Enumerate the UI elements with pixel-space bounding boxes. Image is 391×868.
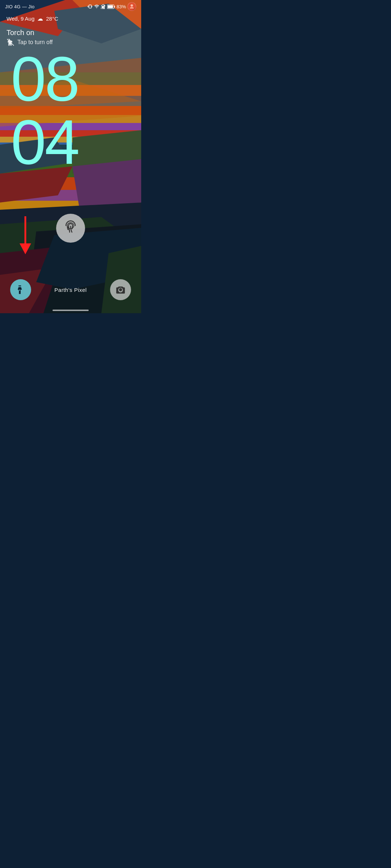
signal-icon: [101, 4, 106, 9]
red-arrow-annotation: [14, 216, 36, 260]
clock-display: 08 04: [0, 47, 141, 174]
battery-percent: 83%: [117, 4, 126, 9]
wifi-icon: [94, 4, 99, 9]
weather-icon: ☁: [37, 15, 43, 22]
svg-rect-36: [102, 7, 102, 9]
home-indicator[interactable]: [52, 310, 89, 311]
svg-rect-37: [103, 6, 104, 9]
notification-area: Wed, 9 Aug ☁ 28°C Torch on Tap to turn o…: [7, 15, 58, 46]
torch-button[interactable]: [10, 279, 31, 300]
temperature-label: 28°C: [46, 16, 58, 22]
clock-minutes: 04: [11, 110, 141, 174]
bottom-bar: Parth's Pixel: [0, 273, 141, 313]
torch-on-icon: [16, 285, 26, 295]
carrier-label: JIO 4G — Jio: [5, 4, 35, 9]
date-label: Wed, 9 Aug: [7, 16, 34, 22]
battery-icon: [107, 4, 115, 9]
avatar: [127, 2, 136, 11]
svg-rect-35: [101, 7, 101, 9]
fingerprint-button[interactable]: [56, 214, 85, 243]
svg-marker-46: [20, 243, 31, 254]
camera-button[interactable]: [110, 279, 131, 300]
svg-rect-38: [104, 5, 105, 9]
vibrate-icon: [88, 4, 93, 9]
svg-point-42: [131, 4, 133, 7]
date-weather-widget: Wed, 9 Aug ☁ 28°C: [7, 15, 58, 22]
fingerprint-icon: [63, 220, 79, 236]
status-icons: 83%: [88, 2, 136, 11]
camera-icon: [116, 285, 125, 294]
status-bar: JIO 4G — Jio 83%: [0, 0, 141, 13]
torch-title: Torch on: [7, 29, 58, 37]
clock-hours: 08: [11, 47, 141, 110]
svg-rect-40: [114, 6, 115, 8]
svg-rect-41: [108, 5, 113, 8]
device-name-label: Parth's Pixel: [54, 287, 87, 293]
